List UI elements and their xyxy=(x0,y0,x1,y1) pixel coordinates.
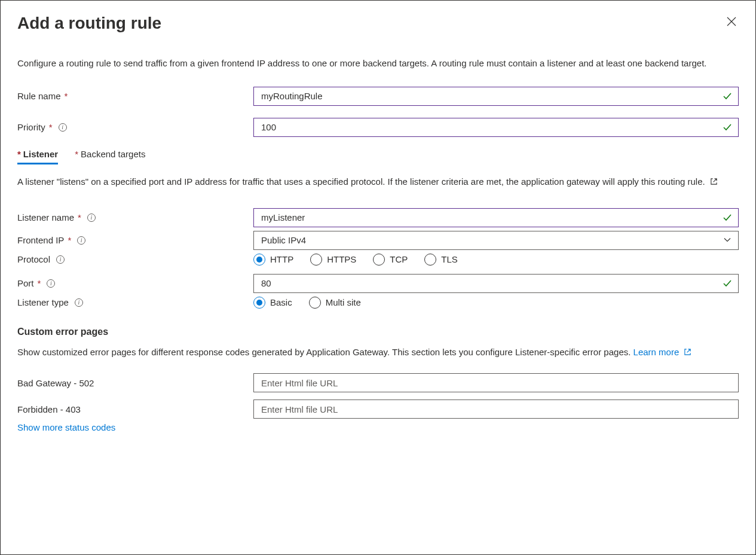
custom-error-heading: Custom error pages xyxy=(17,327,739,337)
routing-rule-panel: Add a routing rule Configure a routing r… xyxy=(0,0,756,555)
forbidden-url-input[interactable] xyxy=(253,400,739,419)
row-port: Port * i xyxy=(17,274,739,293)
row-priority: Priority * i xyxy=(17,118,739,137)
frontend-ip-select[interactable]: Public IPv4 xyxy=(253,231,739,250)
info-icon[interactable]: i xyxy=(56,255,65,264)
label-priority: Priority * i xyxy=(17,122,253,132)
required-indicator: * xyxy=(68,235,71,245)
protocol-radio-http[interactable]: HTTP xyxy=(253,254,293,266)
row-listener-name: Listener name * i xyxy=(17,208,739,227)
label-frontend-ip: Frontend IP * i xyxy=(17,235,253,245)
label-port: Port * i xyxy=(17,278,253,288)
tab-backend-targets[interactable]: * Backend targets xyxy=(75,149,145,164)
row-rule-name: Rule name * xyxy=(17,87,739,106)
protocol-radio-tcp[interactable]: TCP xyxy=(373,254,408,266)
rule-name-input[interactable] xyxy=(253,87,739,106)
label-listener-name: Listener name * i xyxy=(17,212,253,222)
frontend-ip-value: Public IPv4 xyxy=(261,235,306,245)
row-forbidden: Forbidden - 403 xyxy=(17,400,739,419)
tabs: * Listener * Backend targets xyxy=(17,149,739,164)
show-more-status-codes-link[interactable]: Show more status codes xyxy=(17,422,739,432)
protocol-radio-tls[interactable]: TLS xyxy=(424,254,458,266)
row-listener-type: Listener type i Basic Multi site xyxy=(17,297,739,309)
label-protocol: Protocol i xyxy=(17,254,253,264)
info-icon[interactable]: i xyxy=(77,236,85,245)
info-icon[interactable]: i xyxy=(87,214,96,222)
row-frontend-ip: Frontend IP * i Public IPv4 xyxy=(17,231,739,250)
bad-gateway-url-input[interactable] xyxy=(253,373,739,392)
tab-listener[interactable]: * Listener xyxy=(17,149,58,164)
label-forbidden: Forbidden - 403 xyxy=(17,404,253,414)
info-icon[interactable]: i xyxy=(47,279,55,288)
required-indicator: * xyxy=(17,149,21,159)
row-bad-gateway: Bad Gateway - 502 xyxy=(17,373,739,392)
external-link-icon xyxy=(684,346,691,359)
tab-backend-label: Backend targets xyxy=(81,149,145,159)
info-icon[interactable]: i xyxy=(75,298,83,307)
listener-type-radio-multi[interactable]: Multi site xyxy=(309,297,361,309)
priority-input[interactable] xyxy=(253,118,739,137)
tab-listener-label: Listener xyxy=(23,149,58,159)
row-protocol: Protocol i HTTP HTTPS TCP TLS xyxy=(17,254,739,266)
required-indicator: * xyxy=(78,212,81,222)
panel-description: Configure a routing rule to send traffic… xyxy=(17,57,739,70)
label-bad-gateway: Bad Gateway - 502 xyxy=(17,378,253,388)
listener-type-radio-basic[interactable]: Basic xyxy=(253,297,292,309)
learn-more-link[interactable]: Learn more xyxy=(633,347,692,357)
required-indicator: * xyxy=(75,149,78,159)
protocol-radio-group: HTTP HTTPS TCP TLS xyxy=(253,254,739,266)
close-icon xyxy=(727,17,736,26)
listener-name-input[interactable] xyxy=(253,208,739,227)
required-indicator: * xyxy=(65,91,68,101)
required-indicator: * xyxy=(49,122,53,132)
external-link-icon[interactable] xyxy=(710,176,718,189)
close-button[interactable] xyxy=(724,14,739,31)
listener-tab-description: A listener "listens" on a specified port… xyxy=(17,175,739,189)
info-icon[interactable]: i xyxy=(59,123,67,132)
custom-error-description: Show customized error pages for differen… xyxy=(17,346,739,359)
label-rule-name: Rule name * xyxy=(17,91,253,101)
listener-type-radio-group: Basic Multi site xyxy=(253,297,739,309)
required-indicator: * xyxy=(38,278,41,288)
panel-title: Add a routing rule xyxy=(17,14,161,33)
port-input[interactable] xyxy=(253,274,739,293)
protocol-radio-https[interactable]: HTTPS xyxy=(310,254,356,266)
label-listener-type: Listener type i xyxy=(17,297,253,307)
panel-header: Add a routing rule xyxy=(17,14,739,33)
